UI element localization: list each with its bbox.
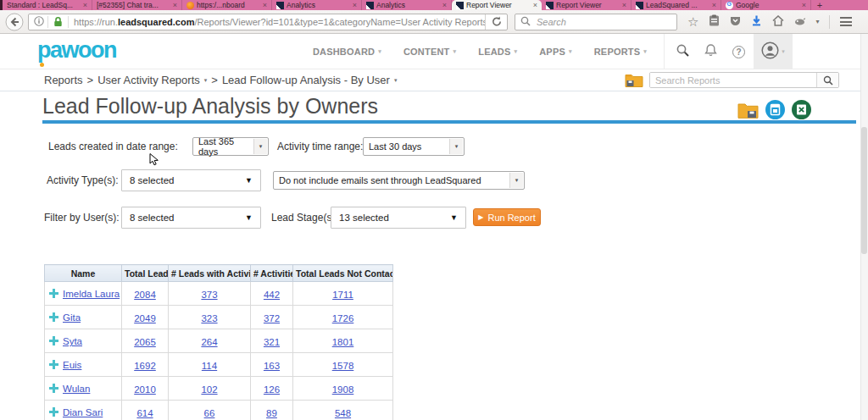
expand-plus-icon[interactable] <box>49 334 58 348</box>
activities-link[interactable]: 163 <box>264 361 280 371</box>
home-icon[interactable] <box>772 14 784 30</box>
tab-close-icon[interactable]: × <box>712 1 716 9</box>
filter-user-dropdown[interactable]: 8 selected ▼ <box>121 207 261 229</box>
tab-close-icon[interactable]: × <box>83 1 87 9</box>
total-leads-link[interactable]: 2010 <box>134 384 156 395</box>
expand-plus-icon[interactable] <box>49 381 58 395</box>
owner-name-link[interactable]: Euis <box>63 360 81 370</box>
expand-plus-icon[interactable] <box>49 357 58 372</box>
breadcrumb-report[interactable]: Lead Follow-up Analysis - By User <box>222 74 390 86</box>
browser-tab[interactable]: Standard : LeadSq... × <box>3 0 92 10</box>
leads-not-contacted-link[interactable]: 1578 <box>332 361 354 371</box>
url-bar[interactable]: https://run.leadsquared.com/Reports/View… <box>28 14 508 30</box>
nav-item[interactable]: REPORTS ▾ <box>594 47 647 57</box>
browser-search-input[interactable] <box>535 16 671 28</box>
leads-not-contacted-link[interactable]: 548 <box>335 408 351 418</box>
activities-link[interactable]: 89 <box>266 408 277 418</box>
caret-down-icon[interactable]: ▾ <box>394 77 398 84</box>
leads-with-activity-link[interactable]: 264 <box>201 337 217 347</box>
owner-name-link[interactable]: Imelda Laura <box>63 289 120 299</box>
leads-with-activity-link[interactable]: 114 <box>202 361 217 371</box>
activities-link[interactable]: 126 <box>264 384 280 395</box>
activities-link[interactable]: 442 <box>264 290 280 300</box>
user-menu[interactable]: ▾ <box>754 34 793 69</box>
bookmark-star-icon[interactable]: ☆ <box>687 16 698 28</box>
browser-tab[interactable]: https:/...nboard × <box>182 0 272 10</box>
tab-close-icon[interactable]: × <box>263 1 267 9</box>
activity-time-select[interactable]: Last 30 days ▾ <box>363 137 465 156</box>
browser-search-box[interactable] <box>515 14 677 30</box>
owner-name-link[interactable]: Wulan <box>63 384 90 394</box>
owner-name-link[interactable]: Dian Sari <box>63 407 103 417</box>
expand-plus-icon[interactable] <box>49 286 58 301</box>
header-search-icon[interactable] <box>676 44 689 60</box>
total-leads-link[interactable]: 2065 <box>134 337 156 347</box>
browser-tab[interactable]: Google × <box>721 0 811 10</box>
bookmarks-clipboard-icon[interactable] <box>709 14 720 30</box>
leads-not-contacted-link[interactable]: 1726 <box>332 313 354 323</box>
date-range-select[interactable]: Last 365 days ▾ <box>192 137 269 156</box>
save-to-folder-icon[interactable] <box>625 73 643 91</box>
activities-link[interactable]: 372 <box>264 313 280 323</box>
new-tab-button[interactable]: + <box>811 0 828 10</box>
total-leads-link[interactable]: 2049 <box>134 313 156 323</box>
extension-icon[interactable] <box>794 14 805 30</box>
tab-close-icon[interactable]: × <box>173 1 177 9</box>
menu-icon[interactable] <box>840 17 852 26</box>
pawoon-logo[interactable]: pawoon <box>37 37 116 64</box>
back-button[interactable] <box>5 13 24 31</box>
leads-not-contacted-link[interactable]: 1711 <box>332 290 353 300</box>
tab-close-icon[interactable]: × <box>802 1 806 9</box>
expand-plus-icon[interactable] <box>49 405 58 419</box>
leads-with-activity-link[interactable]: 323 <box>201 313 217 323</box>
breadcrumb-reports[interactable]: Reports <box>44 74 83 86</box>
export-excel-icon[interactable] <box>792 100 811 123</box>
pocket-icon[interactable] <box>730 14 741 30</box>
search-reports-input[interactable] <box>650 73 816 87</box>
nav-item[interactable]: APPS ▾ <box>539 47 571 57</box>
leads-not-contacted-link[interactable]: 1801 <box>332 337 354 347</box>
nav-item[interactable]: CONTENT ▾ <box>403 47 456 57</box>
lead-stage-dropdown[interactable]: 13 selected ▼ <box>331 207 466 229</box>
browser-tab[interactable]: Report Viewer × <box>452 0 542 10</box>
search-reports-button[interactable] <box>816 73 838 87</box>
page-info-icon[interactable] <box>34 16 44 28</box>
tab-close-icon[interactable]: × <box>353 1 357 9</box>
scrollbar-thumb[interactable] <box>861 127 867 254</box>
owner-name-link[interactable]: Gita <box>63 312 81 323</box>
browser-tab[interactable]: [#52355] Chat tra... × <box>92 0 182 10</box>
activity-type-dropdown[interactable]: 8 selected ▼ <box>121 169 261 191</box>
notifications-bell-icon[interactable] <box>704 43 717 60</box>
leads-not-contacted-link[interactable]: 1908 <box>332 384 354 395</box>
search-reports-box[interactable] <box>649 72 839 88</box>
owner-name-link[interactable]: Syta <box>63 336 82 346</box>
save-report-folder-icon[interactable] <box>737 102 759 122</box>
email-include-select[interactable]: Do not include emails sent through LeadS… <box>273 171 525 190</box>
browser-tab[interactable]: Analytics × <box>362 0 452 10</box>
nav-item[interactable]: DASHBOARD ▾ <box>313 47 381 57</box>
caret-down-icon[interactable]: ▾ <box>204 77 208 84</box>
breadcrumb-category[interactable]: User Activity Reports <box>97 74 200 86</box>
browser-tab[interactable]: LeadSquared ... × <box>632 0 721 10</box>
total-leads-link[interactable]: 2084 <box>134 290 156 300</box>
download-icon[interactable] <box>751 14 762 30</box>
browser-tab[interactable]: Analytics × <box>272 0 362 10</box>
page-scrollbar[interactable] <box>860 34 868 420</box>
tab-close-icon[interactable]: × <box>533 1 537 9</box>
https-lock-icon[interactable] <box>53 16 63 27</box>
leads-with-activity-link[interactable]: 102 <box>201 384 217 395</box>
run-report-button[interactable]: ▶ Run Report <box>473 208 541 226</box>
tab-close-icon[interactable]: × <box>622 1 626 9</box>
tab-close-icon[interactable]: × <box>442 1 447 9</box>
help-icon[interactable]: ? <box>732 46 745 58</box>
leads-with-activity-link[interactable]: 66 <box>204 408 215 418</box>
schedule-report-icon[interactable] <box>765 100 785 123</box>
total-leads-link[interactable]: 614 <box>136 408 153 418</box>
reload-button[interactable] <box>485 14 507 30</box>
leads-with-activity-link[interactable]: 373 <box>201 290 217 300</box>
expand-plus-icon[interactable] <box>49 310 58 324</box>
browser-tab[interactable]: Report Viewer × <box>542 0 632 10</box>
total-leads-link[interactable]: 1692 <box>134 361 156 371</box>
nav-item[interactable]: LEADS ▾ <box>478 47 517 57</box>
caret-down-icon[interactable]: ▾ <box>815 18 819 25</box>
